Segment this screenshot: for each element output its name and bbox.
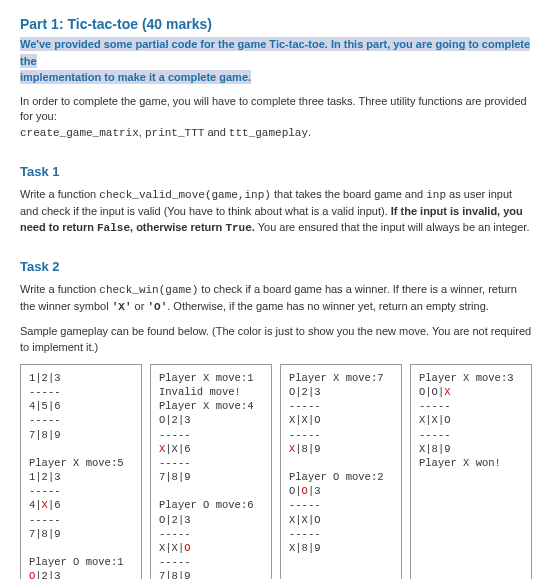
task1-body: Write a function check_valid_move(game,i… xyxy=(20,187,532,237)
task2-title: Task 2 xyxy=(20,259,532,274)
c3-l10: ----- xyxy=(289,499,321,511)
c2-l15: 7|8|9 xyxy=(159,570,191,579)
c4-l3: ----- xyxy=(419,400,451,412)
intro-end: . xyxy=(308,126,311,138)
c2-l6b: |X|6 xyxy=(165,443,190,455)
c1-l15b: |2|3 xyxy=(35,570,60,579)
part-title: Part 1: Tic-tac-toe (40 marks) xyxy=(20,16,532,32)
sample-note: Sample gameplay can be found below. (The… xyxy=(20,324,532,356)
c2-l7: ----- xyxy=(159,457,191,469)
c3-l13: X|8|9 xyxy=(289,542,321,554)
c3-l9c: |3 xyxy=(308,485,321,497)
sep2: and xyxy=(204,126,228,138)
c3-l2: O|2|3 xyxy=(289,386,321,398)
c3-l12: ----- xyxy=(289,528,321,540)
func-print: print_TTT xyxy=(145,127,204,139)
c4-l1: Player X move:3 xyxy=(419,372,514,384)
gameplay-col-4: Player X move:3 O|O|X ----- X|X|O ----- … xyxy=(410,364,532,579)
c4-l5: ----- xyxy=(419,429,451,441)
gameplay-col-2: Player X move:1 Invalid move! Player X m… xyxy=(150,364,272,579)
c1-l8: 1|2|3 xyxy=(29,471,61,483)
c4-l6: X|8|9 xyxy=(419,443,451,455)
t1-a: Write a function xyxy=(20,188,99,200)
t1-b: that takes the board game and xyxy=(271,188,426,200)
gameplay-col-3: Player X move:7 O|2|3 ----- X|X|O ----- … xyxy=(280,364,402,579)
t1-d: You are ensured that the input will alwa… xyxy=(255,221,530,233)
c2-l8: 7|8|9 xyxy=(159,471,191,483)
highlight-line-2: implementation to make it a complete gam… xyxy=(20,70,251,84)
c2-l12: ----- xyxy=(159,528,191,540)
c3-l11: X|X|O xyxy=(289,514,321,526)
c1-l1: 1|2|3 xyxy=(29,372,61,384)
c2-l1: Player X move:1 xyxy=(159,372,254,384)
c1-l14: Player O move:1 xyxy=(29,556,124,568)
c1-l12: 7|8|9 xyxy=(29,528,61,540)
c1-l9: ----- xyxy=(29,485,61,497)
c1-l3: 4|5|6 xyxy=(29,400,61,412)
c1-l10c: |6 xyxy=(48,499,61,511)
intro-text: In order to complete the game, you will … xyxy=(20,95,527,123)
c2-l13a: X|X| xyxy=(159,542,184,554)
t2-a: Write a function xyxy=(20,283,99,295)
c2-l5: ----- xyxy=(159,429,191,441)
t1-bold2: , otherwise return xyxy=(130,221,225,233)
c4-l7: Player X won! xyxy=(419,457,501,469)
c4-l4: X|X|O xyxy=(419,414,451,426)
c2-l10: Player O move:6 xyxy=(159,499,254,511)
c3-l5: ----- xyxy=(289,429,321,441)
c1-l10a: 4| xyxy=(29,499,42,511)
highlighted-intro: We've provided some partial code for the… xyxy=(20,36,532,86)
c3-l9a: O| xyxy=(289,485,302,497)
task1-title: Task 1 xyxy=(20,164,532,179)
c2-l11: O|2|3 xyxy=(159,514,191,526)
c1-l4: ----- xyxy=(29,414,61,426)
t2-or: or xyxy=(132,300,148,312)
c1-l2: ----- xyxy=(29,386,61,398)
gameplay-columns: 1|2|3 ----- 4|5|6 ----- 7|8|9 Player X m… xyxy=(20,364,532,579)
c1-l5: 7|8|9 xyxy=(29,429,61,441)
t1-inp: inp xyxy=(426,189,446,201)
c2-l14: ----- xyxy=(159,556,191,568)
t2-c: . Otherwise, if the game has no winner y… xyxy=(167,300,489,312)
intro-paragraph: In order to complete the game, you will … xyxy=(20,94,532,143)
gameplay-col-1: 1|2|3 ----- 4|5|6 ----- 7|8|9 Player X m… xyxy=(20,364,142,579)
func-gameplay: ttt_gameplay xyxy=(229,127,308,139)
c2-l13b: O xyxy=(184,542,190,554)
c3-l6b: |8|9 xyxy=(295,443,320,455)
t1-false: False xyxy=(97,222,130,234)
t1-code: check_valid_move(game,inp) xyxy=(99,189,271,201)
highlight-line-1: We've provided some partial code for the… xyxy=(20,37,530,68)
c3-l1: Player X move:7 xyxy=(289,372,384,384)
c2-l2: Invalid move! xyxy=(159,386,241,398)
c2-l3: Player X move:4 xyxy=(159,400,254,412)
c4-l2a: O|O| xyxy=(419,386,444,398)
t1-true: True xyxy=(225,222,251,234)
c2-l4: O|2|3 xyxy=(159,414,191,426)
c1-l7: Player X move:5 xyxy=(29,457,124,469)
c3-l3: ----- xyxy=(289,400,321,412)
c4-l2b: X xyxy=(444,386,450,398)
t2-x: 'X' xyxy=(112,301,132,313)
t2-o: 'O' xyxy=(147,301,167,313)
task2-body: Write a function check_win(game) to chec… xyxy=(20,282,532,316)
func-create: create_game_matrix xyxy=(20,127,139,139)
c3-l4: X|X|O xyxy=(289,414,321,426)
c3-l8: Player O move:2 xyxy=(289,471,384,483)
t2-code: check_win(game) xyxy=(99,284,198,296)
c1-l11: ----- xyxy=(29,514,61,526)
